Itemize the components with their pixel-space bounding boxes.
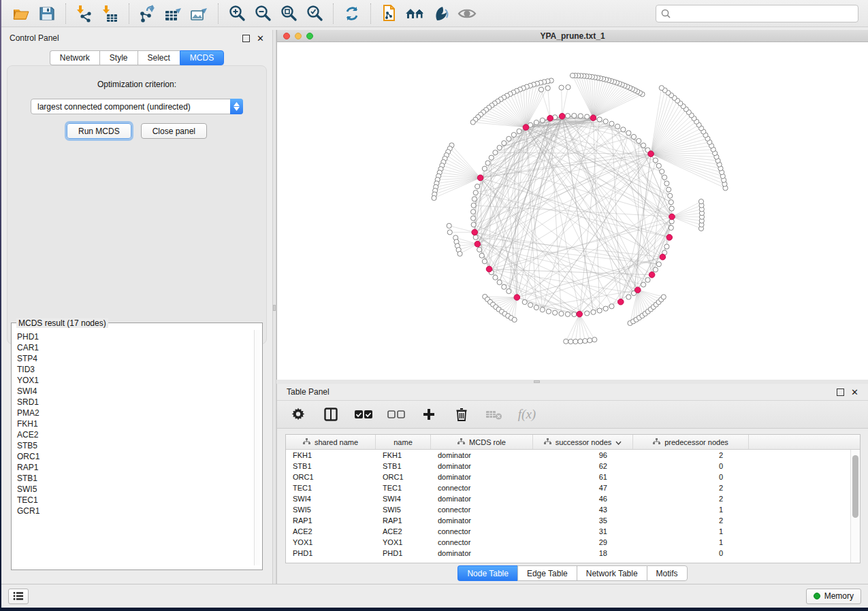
mcds-result-item[interactable]: SRD1 — [16, 397, 253, 408]
gear-icon[interactable] — [289, 406, 307, 423]
table-row[interactable]: ORC1ORC1dominator610 — [286, 472, 850, 482]
table-cell: 0 — [633, 549, 749, 557]
table-cell: 2 — [633, 451, 749, 459]
table-row[interactable]: TEC1TEC1connector472 — [286, 482, 850, 493]
table-row[interactable]: ACE2ACE2connector311 — [286, 526, 850, 537]
mcds-list-scrollbar[interactable] — [254, 330, 260, 565]
table-cell: RAP1 — [286, 516, 376, 525]
import-table-icon[interactable] — [97, 3, 123, 24]
mcds-result-item[interactable]: ACE2 — [16, 429, 253, 440]
log-console-button[interactable] — [8, 589, 29, 604]
application-window: Control Panel ✕ Network Style Select MCD… — [1, 0, 868, 608]
apply-layout-icon[interactable] — [339, 3, 365, 24]
search-box[interactable] — [656, 5, 858, 22]
mcds-result-item[interactable]: SWI4 — [16, 386, 253, 397]
table-row[interactable]: RAP1RAP1dominator352 — [286, 515, 850, 526]
mcds-result-item[interactable]: TEC1 — [16, 495, 253, 506]
column-header-name[interactable]: name — [376, 435, 431, 449]
zoom-out-icon[interactable] — [250, 3, 276, 24]
delete-icon[interactable] — [453, 406, 470, 423]
tab-motifs[interactable]: Motifs — [647, 565, 688, 581]
search-input[interactable] — [671, 7, 854, 20]
tab-network-table[interactable]: Network Table — [577, 565, 647, 581]
mcds-result-item[interactable]: CAR1 — [16, 342, 253, 353]
window-close-icon[interactable] — [283, 33, 290, 39]
export-image-icon[interactable] — [187, 3, 212, 24]
network-canvas[interactable] — [277, 42, 867, 379]
mcds-result-item[interactable]: STB5 — [16, 440, 253, 451]
table-cell: 62 — [533, 462, 633, 470]
table-cell: ACE2 — [376, 527, 431, 535]
mcds-result-item[interactable]: STB1 — [16, 473, 253, 484]
table-scrollbar[interactable] — [850, 450, 860, 563]
import-network-icon[interactable] — [71, 3, 97, 24]
tab-mcds[interactable]: MCDS — [180, 50, 224, 65]
mcds-result-item[interactable]: TID3 — [16, 364, 253, 375]
tab-edge-table[interactable]: Edge Table — [517, 565, 577, 581]
open-session-icon[interactable] — [8, 3, 34, 24]
window-minimize-icon[interactable] — [295, 33, 302, 39]
table-row[interactable]: FKH1FKH1dominator962 — [286, 450, 850, 461]
table-cell: TEC1 — [376, 484, 431, 492]
window-maximize-icon[interactable] — [306, 33, 313, 39]
close-table-panel-icon[interactable]: ✕ — [851, 389, 858, 396]
tab-node-table[interactable]: Node Table — [457, 565, 517, 581]
table-cell: connector — [431, 527, 533, 535]
horizontal-splitter-handle[interactable] — [534, 380, 540, 383]
mcds-result-item[interactable]: ORC1 — [16, 451, 253, 462]
table-cell: 2 — [633, 495, 749, 503]
tab-select[interactable]: Select — [138, 50, 180, 65]
column-tree-icon — [544, 438, 551, 446]
table-cell: 2 — [633, 516, 749, 525]
select-all-icon[interactable] — [355, 406, 372, 423]
column-header-shared-name[interactable]: shared name — [286, 435, 376, 449]
column-header-predecessor-nodes[interactable]: predecessor nodes — [633, 435, 749, 449]
export-network-icon[interactable] — [135, 3, 161, 24]
float-panel-icon[interactable] — [242, 35, 250, 42]
table-scrollbar-thumb[interactable] — [852, 455, 858, 518]
table-row[interactable]: PHD1PHD1dominator180 — [286, 548, 850, 559]
toolbar-separator — [333, 3, 334, 24]
column-header-successor-nodes[interactable]: successor nodes — [533, 435, 633, 449]
table-row[interactable]: STB1STB1dominator620 — [286, 461, 850, 472]
mcds-result-item[interactable]: SWI5 — [16, 484, 253, 495]
table-row[interactable]: SWI5SWI5connector431 — [286, 504, 850, 515]
column-header-MCDS-role[interactable]: MCDS role — [431, 435, 533, 449]
mcds-result-item[interactable]: GCR1 — [16, 506, 253, 516]
close-panel-icon[interactable]: ✕ — [257, 35, 264, 42]
zoom-selected-icon[interactable] — [302, 3, 327, 24]
optimization-criterion-label: Optimization criterion: — [7, 80, 266, 89]
mcds-result-item[interactable]: RAP1 — [16, 462, 253, 473]
memory-button[interactable]: Memory — [806, 589, 861, 604]
mcds-result-item[interactable]: STP4 — [16, 353, 253, 364]
mcds-result-item[interactable]: YOX1 — [16, 375, 253, 386]
search-icon — [660, 8, 671, 19]
export-table-icon[interactable] — [161, 3, 187, 24]
vertical-splitter-handle[interactable] — [273, 305, 276, 311]
network-window-titlebar[interactable]: YPA_prune.txt_1 — [277, 30, 868, 42]
first-neighbors-icon[interactable] — [402, 3, 428, 24]
mcds-result-item[interactable]: PMA2 — [16, 408, 253, 418]
criterion-dropdown[interactable]: largest connected component (undirected) — [31, 99, 243, 114]
deselect-all-icon[interactable] — [387, 406, 405, 423]
mcds-result-item[interactable]: PHD1 — [16, 331, 253, 342]
split-columns-icon[interactable] — [322, 406, 340, 423]
float-table-panel-icon[interactable] — [837, 389, 844, 396]
table-row[interactable]: SWI4SWI4dominator462 — [286, 493, 850, 504]
hide-selected-icon[interactable] — [428, 3, 454, 24]
table-cell: 31 — [533, 527, 633, 535]
table-cell: connector — [431, 484, 533, 492]
close-panel-button[interactable]: Close panel — [141, 123, 207, 139]
mcds-result-list[interactable]: PHD1CAR1STP4TID3YOX1SWI4SRD1PMA2FKH1ACE2… — [16, 331, 253, 567]
add-column-icon[interactable] — [420, 406, 438, 423]
new-network-icon[interactable] — [376, 3, 402, 24]
tab-network[interactable]: Network — [50, 50, 99, 65]
zoom-fit-icon[interactable] — [276, 3, 302, 24]
column-tree-icon — [457, 438, 465, 446]
table-row[interactable]: YOX1YOX1connector291 — [286, 537, 850, 548]
tab-style[interactable]: Style — [99, 50, 138, 65]
run-mcds-button[interactable]: Run MCDS — [67, 123, 131, 139]
save-session-icon[interactable] — [34, 3, 60, 24]
mcds-result-item[interactable]: FKH1 — [16, 418, 253, 429]
zoom-in-icon[interactable] — [224, 3, 250, 24]
